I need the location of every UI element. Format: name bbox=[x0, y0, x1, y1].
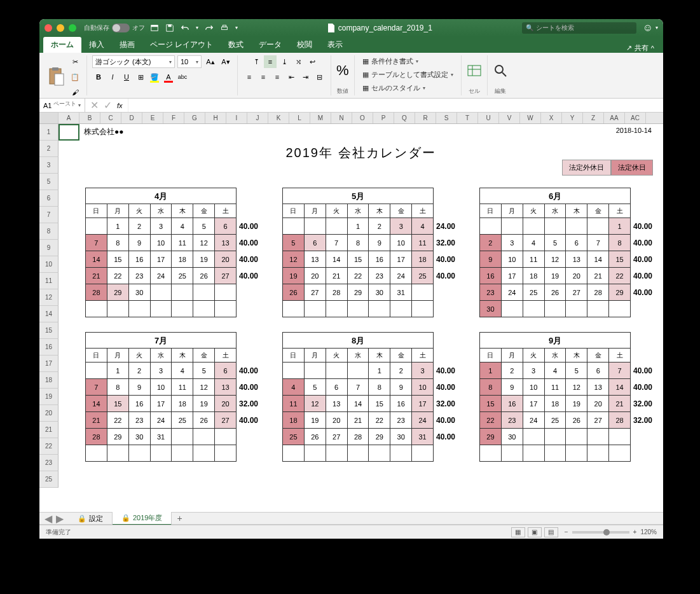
insert-cells-button[interactable] bbox=[467, 63, 482, 78]
prev-sheet-icon[interactable]: ◀ bbox=[45, 513, 52, 525]
day-cell[interactable]: 5 bbox=[545, 235, 566, 251]
page-break-view-icon[interactable]: ▤ bbox=[544, 527, 558, 537]
day-cell[interactable]: 24 bbox=[412, 412, 434, 429]
day-cell[interactable] bbox=[566, 301, 587, 317]
day-cell[interactable]: 25 bbox=[545, 412, 566, 429]
day-cell[interactable]: 16 bbox=[369, 251, 390, 268]
day-cell[interactable]: 15 bbox=[348, 251, 369, 268]
day-cell[interactable]: 4 bbox=[545, 363, 566, 379]
day-cell[interactable]: 20 bbox=[566, 268, 587, 284]
col-header-P[interactable]: P bbox=[373, 113, 394, 123]
day-cell[interactable] bbox=[348, 445, 369, 462]
day-cell[interactable]: 7 bbox=[326, 235, 348, 251]
day-cell[interactable]: 28 bbox=[609, 412, 631, 429]
user-icon[interactable]: ☺ bbox=[643, 22, 653, 34]
col-header-D[interactable]: D bbox=[121, 113, 142, 123]
day-cell[interactable]: 5 bbox=[193, 363, 215, 379]
day-cell[interactable]: 15 bbox=[107, 251, 129, 268]
day-cell[interactable]: 23 bbox=[390, 412, 412, 429]
tab-formulas[interactable]: 数式 bbox=[221, 37, 251, 53]
day-cell[interactable]: 15 bbox=[609, 251, 631, 268]
col-header-H[interactable]: H bbox=[205, 113, 226, 123]
day-cell[interactable]: 14 bbox=[85, 251, 107, 268]
day-cell[interactable]: 1 bbox=[479, 363, 502, 379]
align-center-icon[interactable]: ≡ bbox=[257, 71, 270, 83]
size-select[interactable]: 10▾ bbox=[177, 55, 202, 68]
day-cell[interactable]: 10 bbox=[523, 379, 545, 396]
day-cell[interactable]: 28 bbox=[587, 284, 609, 301]
align-top-icon[interactable]: ⤒ bbox=[250, 55, 263, 68]
day-cell[interactable]: 28 bbox=[348, 429, 369, 445]
day-cell[interactable]: 13 bbox=[305, 251, 326, 268]
day-cell[interactable] bbox=[390, 301, 412, 317]
row-header-19[interactable]: 19 bbox=[39, 389, 58, 405]
select-all-corner[interactable] bbox=[39, 113, 58, 123]
day-cell[interactable]: 30 bbox=[129, 429, 151, 445]
day-cell[interactable]: 13 bbox=[215, 235, 237, 251]
shrink-font-icon[interactable]: A▾ bbox=[219, 55, 232, 68]
day-cell[interactable]: 14 bbox=[348, 396, 369, 412]
day-cell[interactable] bbox=[151, 284, 172, 301]
align-bottom-icon[interactable]: ⤓ bbox=[278, 55, 291, 68]
day-cell[interactable]: 31 bbox=[412, 429, 434, 445]
day-cell[interactable]: 18 bbox=[412, 251, 434, 268]
day-cell[interactable]: 14 bbox=[85, 396, 107, 412]
day-cell[interactable]: 7 bbox=[609, 363, 631, 379]
col-header-N[interactable]: N bbox=[331, 113, 352, 123]
day-cell[interactable]: 4 bbox=[412, 218, 434, 235]
day-cell[interactable]: 14 bbox=[609, 379, 631, 396]
day-cell[interactable]: 4 bbox=[523, 235, 545, 251]
day-cell[interactable] bbox=[326, 363, 348, 379]
tab-draw[interactable]: 描画 bbox=[112, 37, 142, 53]
day-cell[interactable] bbox=[85, 363, 107, 379]
day-cell[interactable]: 10 bbox=[502, 251, 523, 268]
row-header-22[interactable]: 22 bbox=[39, 438, 58, 455]
italic-button[interactable]: I bbox=[106, 71, 119, 83]
day-cell[interactable]: 2 bbox=[390, 363, 412, 379]
day-cell[interactable] bbox=[502, 218, 523, 235]
day-cell[interactable]: 28 bbox=[85, 284, 107, 301]
day-cell[interactable]: 17 bbox=[151, 251, 172, 268]
day-cell[interactable] bbox=[609, 301, 631, 317]
day-cell[interactable]: 17 bbox=[390, 251, 412, 268]
day-cell[interactable]: 26 bbox=[545, 284, 566, 301]
share-button[interactable]: ↗ 共有 ^ bbox=[621, 43, 659, 53]
row-header-9[interactable]: 9 bbox=[39, 240, 58, 256]
day-cell[interactable]: 30 bbox=[390, 429, 412, 445]
border-button[interactable]: ⊞ bbox=[134, 71, 147, 83]
day-cell[interactable]: 1 bbox=[609, 218, 631, 235]
day-cell[interactable]: 2 bbox=[129, 363, 151, 379]
day-cell[interactable]: 29 bbox=[479, 429, 502, 445]
col-header-X[interactable]: X bbox=[541, 113, 562, 123]
day-cell[interactable]: 3 bbox=[523, 363, 545, 379]
row-header-15[interactable]: 15 bbox=[39, 322, 58, 339]
day-cell[interactable]: 19 bbox=[193, 396, 215, 412]
day-cell[interactable]: 19 bbox=[305, 412, 326, 429]
day-cell[interactable]: 1 bbox=[107, 363, 129, 379]
day-cell[interactable] bbox=[215, 284, 237, 301]
day-cell[interactable]: 27 bbox=[326, 429, 348, 445]
col-header-O[interactable]: O bbox=[352, 113, 373, 123]
row-header-11[interactable]: 11 bbox=[39, 273, 58, 289]
day-cell[interactable] bbox=[107, 445, 129, 462]
day-cell[interactable]: 20 bbox=[215, 251, 237, 268]
day-cell[interactable]: 3 bbox=[502, 235, 523, 251]
day-cell[interactable] bbox=[282, 363, 305, 379]
day-cell[interactable] bbox=[566, 429, 587, 445]
day-cell[interactable]: 5 bbox=[305, 379, 326, 396]
col-header-B[interactable]: B bbox=[79, 113, 100, 123]
day-cell[interactable]: 28 bbox=[85, 429, 107, 445]
day-cell[interactable]: 25 bbox=[172, 412, 193, 429]
day-cell[interactable]: 6 bbox=[215, 363, 237, 379]
day-cell[interactable]: 18 bbox=[545, 396, 566, 412]
day-cell[interactable]: 13 bbox=[587, 379, 609, 396]
day-cell[interactable] bbox=[172, 445, 193, 462]
day-cell[interactable]: 12 bbox=[193, 379, 215, 396]
format-painter-icon[interactable]: 🖌 bbox=[69, 86, 81, 99]
day-cell[interactable]: 3 bbox=[151, 218, 172, 235]
day-cell[interactable]: 23 bbox=[369, 268, 390, 284]
day-cell[interactable] bbox=[305, 363, 326, 379]
day-cell[interactable]: 12 bbox=[566, 379, 587, 396]
day-cell[interactable]: 9 bbox=[479, 251, 502, 268]
day-cell[interactable]: 30 bbox=[479, 301, 502, 317]
